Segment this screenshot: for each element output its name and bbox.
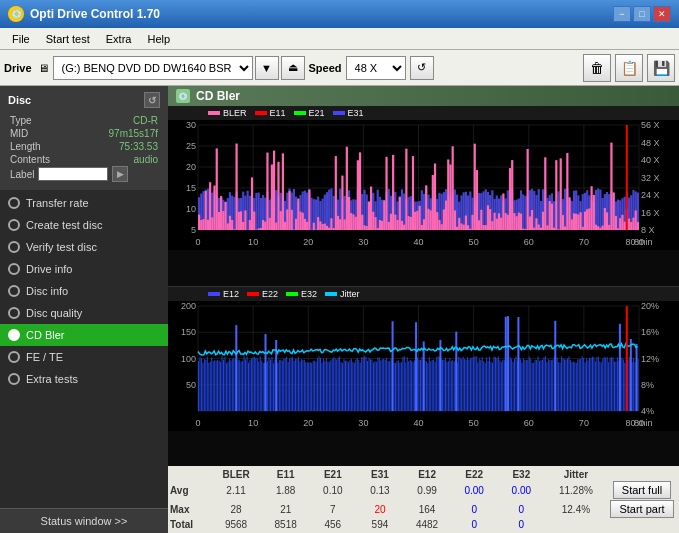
nav-label-transfer-rate: Transfer rate	[26, 197, 89, 209]
nav-icon-transfer-rate	[8, 197, 20, 209]
legend-color-e22	[247, 292, 259, 296]
main-layout: Disc ↺ Type CD-R MID 97m15s17f Length 75…	[0, 86, 679, 533]
stats-total-label: Total	[170, 519, 210, 530]
menu-help[interactable]: Help	[139, 31, 178, 47]
sidebar-item-drive-info[interactable]: Drive info	[0, 258, 168, 280]
legend-e32: E32	[286, 289, 317, 299]
legend-label-e31: E31	[348, 108, 364, 118]
legend-label-jitter: Jitter	[340, 289, 360, 299]
maximize-button[interactable]: □	[633, 6, 651, 22]
start-part-button[interactable]: Start part	[610, 500, 673, 518]
legend-color-e31	[333, 111, 345, 115]
disc-label-btn[interactable]: ▶	[112, 166, 128, 182]
chart-title-icon: 💿	[176, 89, 190, 103]
legend-e11: E11	[255, 108, 286, 118]
bottom-chart-legend: E12 E22 E32 Jitter	[168, 287, 679, 301]
toolbar: Drive 🖥 (G:) BENQ DVD DD DW1640 BSRB ▼ ⏏…	[0, 50, 679, 86]
sidebar-item-transfer-rate[interactable]: Transfer rate	[0, 192, 168, 214]
stats-total-e22: 0	[457, 519, 492, 530]
stats-max-e22: 0	[457, 504, 492, 515]
minimize-button[interactable]: −	[613, 6, 631, 22]
stats-col-e22: E22	[457, 469, 492, 480]
stats-avg-e22: 0.00	[457, 485, 492, 496]
legend-label-e11: E11	[270, 108, 286, 118]
stats-col-jitter: Jitter	[551, 469, 601, 480]
disc-type-value: CD-R	[133, 115, 158, 126]
disc-length-row: Length 75:33.53	[10, 140, 158, 153]
content-area: 💿 CD Bler BLER E11	[168, 86, 679, 533]
titlebar-left: 💿 Opti Drive Control 1.70	[8, 6, 160, 22]
disc-panel: Disc ↺ Type CD-R MID 97m15s17f Length 75…	[0, 86, 168, 190]
stats-total-jitter	[551, 519, 601, 530]
disc-header: Disc ↺	[4, 90, 164, 110]
menu-extra[interactable]: Extra	[98, 31, 140, 47]
nav-icon-fe-te	[8, 351, 20, 363]
charts-container: BLER E11 E21 E31	[168, 106, 679, 466]
stats-avg-e31: 0.13	[362, 485, 397, 496]
sidebar: Disc ↺ Type CD-R MID 97m15s17f Length 75…	[0, 86, 168, 533]
speed-select[interactable]: 48 X	[346, 56, 406, 80]
sidebar-item-cd-bler[interactable]: CD Bler	[0, 324, 168, 346]
sidebar-item-create-test-disc[interactable]: Create test disc	[0, 214, 168, 236]
nav-label-disc-quality: Disc quality	[26, 307, 82, 319]
stats-max-e31: 20	[362, 504, 397, 515]
stats-col-e12: E12	[410, 469, 445, 480]
disc-length-value: 75:33.53	[119, 141, 158, 152]
app-icon: 💿	[8, 6, 24, 22]
legend-e21: E21	[294, 108, 325, 118]
stats-avg-e32: 0.00	[504, 485, 539, 496]
disc-label-input[interactable]	[38, 167, 108, 181]
sidebar-item-extra-tests[interactable]: Extra tests	[0, 368, 168, 390]
drive-select[interactable]: (G:) BENQ DVD DD DW1640 BSRB	[53, 56, 253, 80]
drive-eject-btn[interactable]: ⏏	[281, 56, 305, 80]
save-btn[interactable]: 💾	[647, 54, 675, 82]
sidebar-item-verify-test-disc[interactable]: Verify test disc	[0, 236, 168, 258]
nav-label-cd-bler: CD Bler	[26, 329, 65, 341]
legend-color-e21	[294, 111, 306, 115]
disc-length-label: Length	[10, 141, 41, 152]
legend-label-e21: E21	[309, 108, 325, 118]
disc-refresh-btn[interactable]: ↺	[144, 92, 160, 108]
stats-avg-jitter: 11.28%	[551, 485, 601, 496]
legend-color-e11	[255, 111, 267, 115]
sidebar-nav: Transfer rate Create test disc Verify te…	[0, 190, 168, 508]
stats-total-e31: 594	[362, 519, 397, 530]
nav-icon-verify-test-disc	[8, 241, 20, 253]
stats-avg-bler: 2.11	[216, 485, 256, 496]
menu-start-test[interactable]: Start test	[38, 31, 98, 47]
speed-refresh-btn[interactable]: ↺	[410, 56, 434, 80]
nav-label-verify-test-disc: Verify test disc	[26, 241, 97, 253]
status-window-button[interactable]: Status window >>	[0, 508, 168, 533]
sidebar-item-disc-quality[interactable]: Disc quality	[0, 302, 168, 324]
nav-label-disc-info: Disc info	[26, 285, 68, 297]
nav-icon-extra-tests	[8, 373, 20, 385]
legend-color-e12	[208, 292, 220, 296]
stats-avg-row: Avg 2.11 1.88 0.10 0.13 0.99 0.00 0.00 1…	[170, 481, 677, 499]
legend-e22: E22	[247, 289, 278, 299]
menu-file[interactable]: File	[4, 31, 38, 47]
disc-header-label: Disc	[8, 94, 31, 106]
stats-max-e21: 7	[315, 504, 350, 515]
stats-max-row: Max 28 21 7 20 164 0 0 12.4% Start part	[170, 500, 677, 518]
nav-icon-cd-bler	[8, 329, 20, 341]
chart-header: 💿 CD Bler	[168, 86, 679, 106]
disc-info-btn[interactable]: 📋	[615, 54, 643, 82]
speed-label: Speed	[309, 62, 342, 74]
stats-area: BLER E11 E21 E31 E12 E22 E32 Jitter Avg …	[168, 466, 679, 533]
close-button[interactable]: ✕	[653, 6, 671, 22]
nav-icon-create-test-disc	[8, 219, 20, 231]
titlebar-buttons: − □ ✕	[613, 6, 671, 22]
sidebar-item-fe-te[interactable]: FE / TE	[0, 346, 168, 368]
chart-title: CD Bler	[196, 89, 240, 103]
disc-erase-btn[interactable]: 🗑	[583, 54, 611, 82]
legend-color-bler	[208, 111, 220, 115]
stats-total-e21: 456	[315, 519, 350, 530]
drive-arrow-btn[interactable]: ▼	[255, 56, 279, 80]
disc-mid-row: MID 97m15s17f	[10, 127, 158, 140]
stats-col-e11: E11	[268, 469, 303, 480]
nav-icon-drive-info	[8, 263, 20, 275]
start-full-button[interactable]: Start full	[613, 481, 671, 499]
stats-column-headers: BLER E11 E21 E31 E12 E22 E32 Jitter	[210, 469, 607, 480]
sidebar-item-disc-info[interactable]: Disc info	[0, 280, 168, 302]
stats-total-values: 9568 8518 456 594 4482 0 0	[210, 519, 607, 530]
